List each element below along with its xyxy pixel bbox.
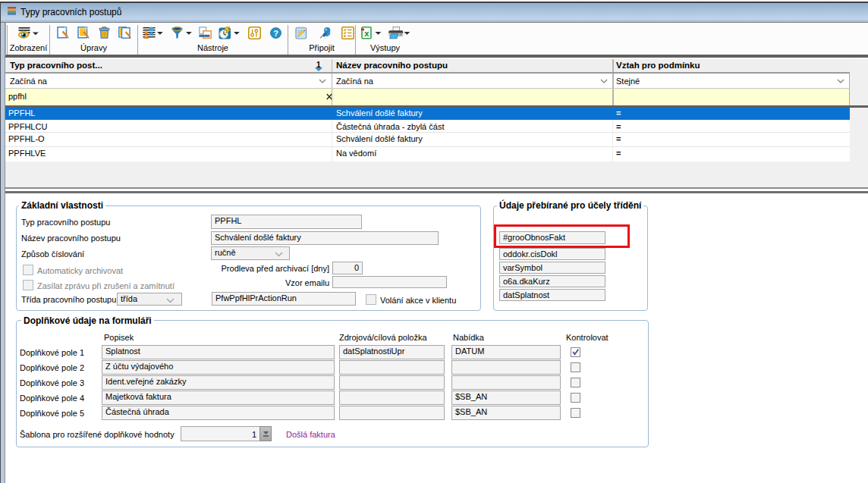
svg-text:?: ?: [273, 29, 278, 38]
svg-text:x: x: [364, 29, 370, 38]
